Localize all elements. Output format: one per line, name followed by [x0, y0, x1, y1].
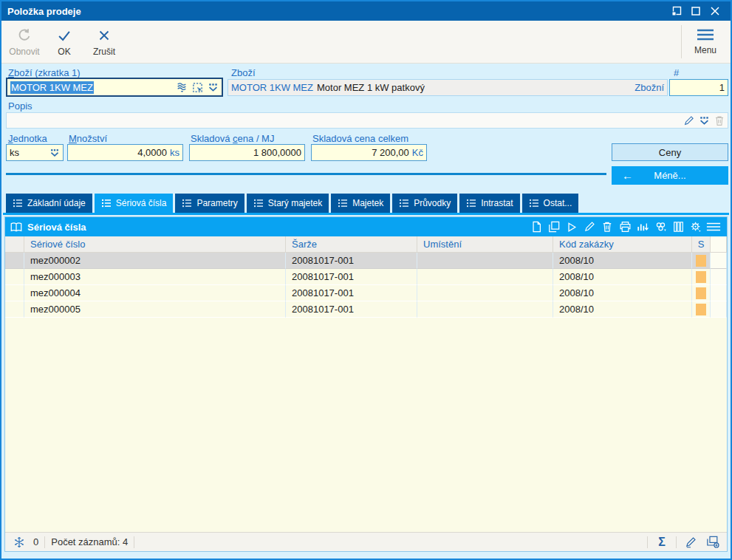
dropdown-icon[interactable]: [208, 83, 219, 92]
tab-zakladni-udaje[interactable]: Základní údaje: [6, 194, 92, 213]
cancel-x-icon: [96, 27, 112, 44]
row-selector-cell[interactable]: [5, 253, 24, 269]
titlebar: Položka prodeje: [1, 1, 731, 21]
table-row[interactable]: mez000003 20081017-001 2008/10: [5, 269, 727, 285]
column-header-umisteni[interactable]: Umístění: [417, 236, 553, 253]
print-icon[interactable]: [616, 219, 634, 235]
table-row[interactable]: mez000002 20081017-001 2008/10: [5, 253, 727, 269]
location-cell: [417, 253, 553, 269]
related-records-icon[interactable]: [651, 219, 669, 235]
mnozstvi-value: 4,0000: [137, 147, 167, 158]
tab-majetek[interactable]: Majetek: [331, 194, 390, 213]
cena-celkem-unit: Kč: [412, 147, 423, 158]
new-record-icon[interactable]: [527, 219, 545, 235]
copy-record-icon[interactable]: [545, 219, 563, 235]
location-cell: [417, 285, 553, 301]
hamburger-menu-icon: [695, 27, 716, 42]
book-icon: [10, 222, 23, 233]
zbozi-zkratka-input[interactable]: MOTOR 1KW MEZ: [6, 78, 223, 97]
status-square: [696, 271, 706, 283]
number-value: 1: [719, 82, 725, 93]
snowflake-marker-icon[interactable]: [11, 535, 27, 550]
ceny-button[interactable]: Ceny: [612, 143, 728, 161]
columns-icon[interactable]: [669, 219, 687, 235]
number-input[interactable]: 1: [669, 79, 728, 96]
row-filler: [711, 269, 727, 285]
mene-button[interactable]: ← Méně...: [612, 166, 728, 185]
popis-field[interactable]: [6, 112, 728, 129]
flag-count: 0: [33, 536, 38, 547]
status-cell: [692, 269, 711, 285]
tab-parametry[interactable]: Parametry: [175, 194, 244, 213]
table-row[interactable]: mez000005 20081017-001 2008/10: [5, 301, 727, 318]
close-icon[interactable]: [705, 3, 725, 19]
column-header-selector[interactable]: [5, 236, 24, 253]
edit-pencil-icon[interactable]: [581, 219, 598, 235]
tab-pruvodky[interactable]: Průvodky: [392, 194, 457, 213]
sum-sigma-icon[interactable]: Σ: [654, 535, 670, 550]
dock-icon[interactable]: [667, 3, 686, 19]
mnozstvi-input[interactable]: 4,0000 ks: [67, 144, 183, 161]
tab-label: Parametry: [196, 198, 237, 208]
status-square: [696, 255, 706, 267]
cena-celkem-label: Skladová cena celkem: [312, 133, 408, 144]
serial-cell: mez000002: [24, 253, 286, 269]
mnozstvi-label: Množství: [69, 133, 107, 144]
cena-mj-label: Skladová cena / MJ: [191, 133, 274, 144]
status-square: [696, 287, 706, 299]
tab-stary-majetek[interactable]: Starý majetek: [247, 194, 329, 213]
cena-mj-value: 1 800,0000: [253, 147, 301, 158]
statusbar-separator: [676, 536, 677, 548]
number-label: #: [674, 67, 679, 78]
ok-button[interactable]: OK: [44, 21, 84, 63]
grid-menu-icon[interactable]: [705, 219, 722, 235]
form-area: Zboží (zkratka 1) Zboží # MOTOR 1KW MEZ …: [1, 64, 731, 559]
dropdown-icon[interactable]: [699, 116, 710, 126]
cena-mj-input[interactable]: 1 800,0000: [189, 144, 305, 161]
cena-celkem-input[interactable]: 7 200,00 Kč: [311, 144, 427, 161]
seriova-cisla-panel: Sériová čísla Sériové číslo Šarže Umí: [4, 216, 728, 552]
zbozi-type-tag: Zbožní: [634, 82, 664, 93]
popis-icons: [683, 115, 725, 126]
batch-cell: 20081017-001: [286, 301, 417, 318]
column-header-kod-zakazky[interactable]: Kód zakázky: [553, 236, 692, 253]
row-selector-cell[interactable]: [5, 285, 24, 301]
settings-gear-icon[interactable]: [687, 219, 705, 235]
trash-icon: [714, 115, 725, 126]
jednotka-input[interactable]: ks: [6, 144, 64, 161]
row-filler: [711, 253, 727, 269]
refresh-icon: [16, 27, 33, 44]
stock-lookup-icon[interactable]: [176, 81, 188, 93]
check-icon: [56, 27, 72, 44]
status-cell: [692, 301, 711, 318]
table-row[interactable]: mez000004 20081017-001 2008/10: [5, 285, 727, 301]
jednotka-value: ks: [10, 147, 19, 158]
row-filler: [711, 285, 727, 301]
row-selector-cell[interactable]: [5, 269, 24, 285]
column-header-sarze[interactable]: Šarže: [286, 236, 417, 253]
tab-label: Ostat...: [544, 198, 572, 208]
row-selector-cell[interactable]: [5, 301, 24, 318]
column-header-seriove-cislo[interactable]: Sériové číslo: [24, 236, 286, 253]
tab-ostatni[interactable]: Ostat...: [522, 194, 579, 213]
tab-seriova-cisla[interactable]: Sériová čísla: [95, 194, 174, 213]
maximize-icon[interactable]: [686, 3, 705, 19]
column-header-s[interactable]: S: [692, 236, 711, 253]
order-code-cell: 2008/10: [553, 301, 692, 318]
delete-trash-icon[interactable]: [598, 219, 616, 235]
toolbar-spacer: [124, 21, 680, 63]
tab-intrastat[interactable]: Intrastat: [459, 194, 519, 213]
cancel-button[interactable]: Zrušit: [84, 21, 124, 63]
edit-pencil-icon[interactable]: [683, 115, 694, 126]
mnozstvi-unit: ks: [170, 147, 179, 158]
tab-bar: Základní údaje Sériová čísla Parametry S…: [6, 194, 578, 213]
dropdown-icon[interactable]: [49, 148, 60, 157]
status-cell: [692, 253, 711, 269]
menu-button[interactable]: Menu: [683, 21, 728, 63]
sort-chart-icon[interactable]: [634, 219, 651, 235]
copy-add-icon[interactable]: [705, 535, 721, 550]
run-icon[interactable]: [563, 219, 581, 235]
edit-pencil-icon[interactable]: [683, 535, 699, 550]
select-region-icon[interactable]: [192, 82, 203, 93]
location-cell: [417, 269, 553, 285]
